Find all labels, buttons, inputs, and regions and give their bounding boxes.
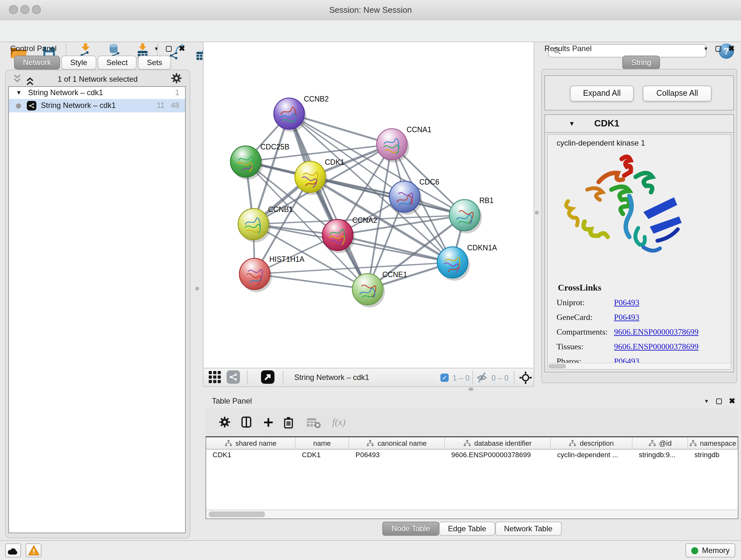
tree-expand-icon[interactable]: ▼ bbox=[16, 87, 22, 99]
string-results-container: Expand All Collapse All ▼ CDK1 cyclin-de… bbox=[541, 69, 737, 383]
share-icon bbox=[229, 373, 238, 381]
panel-menu-icon[interactable]: ▼ bbox=[154, 46, 159, 51]
create-column-button[interactable] bbox=[260, 415, 276, 429]
node-label: CCNB2 bbox=[304, 95, 329, 103]
node-label: CDK1 bbox=[325, 158, 344, 166]
column-header[interactable]: namespace bbox=[688, 437, 738, 449]
left-splitter-handle[interactable] bbox=[195, 287, 199, 291]
warnings-button[interactable] bbox=[25, 543, 42, 557]
network-node[interactable]: RB1 bbox=[449, 196, 494, 233]
panel-close-icon[interactable]: ✖ bbox=[728, 45, 735, 52]
panel-float-icon[interactable] bbox=[716, 398, 722, 404]
crosslink-row: Uniprot: P06493 bbox=[548, 296, 731, 310]
selected-checkbox[interactable]: ✓ bbox=[441, 374, 449, 382]
network-tree-row-selected[interactable]: String Network – cdk1 11 48 bbox=[9, 99, 185, 112]
network-node[interactable]: HIST1H1A bbox=[239, 255, 305, 292]
node-table: shared name name canonical name database… bbox=[205, 436, 738, 519]
network-node[interactable]: CCNE1 bbox=[352, 270, 407, 307]
sitemap-icon bbox=[689, 440, 697, 446]
tab-sets[interactable]: Sets bbox=[138, 56, 171, 70]
network-view-title: String Network – cdk1 bbox=[294, 373, 369, 382]
bottom-splitter-handle[interactable] bbox=[468, 388, 474, 391]
panel-float-icon[interactable] bbox=[166, 46, 172, 51]
column-header[interactable]: database identifier bbox=[445, 437, 551, 449]
cloud-icon bbox=[7, 546, 19, 555]
network-node[interactable]: CCNA1 bbox=[377, 125, 431, 163]
results-hscrollbar[interactable] bbox=[548, 363, 731, 369]
node-label: CDC25B bbox=[260, 143, 289, 151]
main-toolbar: ? bbox=[0, 20, 741, 42]
birds-eye-view-button[interactable] bbox=[261, 370, 274, 386]
memory-button[interactable]: Memory bbox=[685, 543, 735, 557]
entry-content: cyclin-dependent kinase 1 bbox=[547, 134, 731, 370]
table-header-row: shared name name canonical name database… bbox=[206, 437, 738, 449]
panel-menu-icon[interactable]: ▼ bbox=[704, 398, 709, 404]
tab-select[interactable]: Select bbox=[97, 56, 137, 70]
network-node[interactable]: CDKN1A bbox=[437, 244, 497, 281]
crosslink-label: Tissues: bbox=[556, 341, 583, 352]
tab-network-table[interactable]: Network Table bbox=[495, 522, 562, 536]
column-header[interactable]: canonical name bbox=[349, 437, 445, 449]
show-grid-button[interactable] bbox=[209, 371, 221, 386]
network-share-button[interactable] bbox=[226, 370, 240, 384]
delete-table-button-disabled[interactable] bbox=[305, 415, 322, 429]
delete-column-button[interactable] bbox=[281, 415, 296, 429]
birds-eye-icon bbox=[261, 370, 274, 384]
entry-header[interactable]: ▼ CDK1 bbox=[545, 115, 733, 133]
show-columns-button[interactable] bbox=[239, 415, 254, 429]
network-graph: CCNB2CCNA1CDC25BCDK1CDC6RB1CCNB1CCNA2CDK… bbox=[204, 42, 534, 368]
tab-edge-table[interactable]: Edge Table bbox=[439, 522, 495, 536]
crosslink-link[interactable]: 9606.ENSP00000378699 bbox=[614, 341, 698, 352]
gear-icon bbox=[219, 416, 230, 428]
table-row[interactable]: CDK1 CDK1 P06493 9606.ENSP00000378699 cy… bbox=[206, 449, 738, 460]
hidden-count: 0 – 0 bbox=[491, 374, 509, 382]
right-splitter-handle[interactable] bbox=[535, 211, 539, 214]
network-canvas[interactable]: CCNB2CCNA1CDC25BCDK1CDC6RB1CCNB1CCNA2CDK… bbox=[203, 42, 534, 368]
column-header[interactable]: shared name bbox=[206, 437, 295, 449]
application-window: Session: New Session bbox=[0, 0, 741, 560]
network-node[interactable]: CCNB1 bbox=[238, 205, 293, 242]
crosslink-link[interactable]: P06493 bbox=[614, 298, 639, 308]
tab-string[interactable]: String bbox=[622, 56, 660, 70]
table-hscrollbar[interactable] bbox=[206, 509, 738, 518]
panel-float-icon[interactable] bbox=[716, 46, 721, 51]
fit-content-button[interactable] bbox=[519, 371, 532, 387]
sitemap-icon bbox=[463, 440, 471, 446]
network-node[interactable]: CCNB2 bbox=[274, 95, 329, 132]
tab-network[interactable]: Network bbox=[14, 56, 60, 70]
column-header[interactable]: name bbox=[295, 437, 349, 449]
panel-close-icon[interactable]: ✖ bbox=[729, 397, 735, 405]
table-options-button[interactable] bbox=[217, 415, 232, 429]
status-bar: Memory bbox=[0, 540, 741, 560]
column-header[interactable]: description bbox=[551, 437, 632, 449]
function-builder-button-disabled[interactable]: f(x) bbox=[328, 415, 350, 429]
table-toolbar: f(x) bbox=[205, 408, 738, 435]
network-node[interactable]: CDC25B bbox=[230, 143, 289, 180]
network-node[interactable]: CCNA2 bbox=[322, 216, 377, 253]
columns-icon bbox=[241, 416, 252, 428]
crosshair-icon bbox=[519, 371, 532, 384]
network-selection-status: 1 of 1 Network selected bbox=[6, 75, 190, 84]
toolbar-divider bbox=[472, 370, 473, 384]
crosslink-link[interactable]: 9606.ENSP00000378699 bbox=[614, 327, 698, 337]
tab-node-table[interactable]: Node Table bbox=[383, 522, 439, 536]
network-tree-root-row[interactable]: ▼ String Network – cdk1 1 bbox=[9, 87, 185, 99]
panel-menu-icon[interactable]: ▼ bbox=[703, 46, 709, 51]
crosslink-row: Compartments: 9606.ENSP00000378699 bbox=[548, 325, 731, 340]
cloud-status-button[interactable] bbox=[5, 543, 21, 557]
panel-close-icon[interactable]: ✖ bbox=[179, 45, 185, 52]
collapse-entry-icon[interactable]: ▼ bbox=[569, 120, 575, 127]
crosslink-label: Uniprot: bbox=[556, 298, 585, 308]
network-options-button[interactable] bbox=[171, 73, 182, 86]
control-panel: Control Panel ▼ ✖ Network Style Select S… bbox=[3, 42, 192, 540]
column-header[interactable]: @id bbox=[632, 437, 688, 449]
current-network-dot-icon bbox=[16, 104, 21, 109]
hidden-items-icon[interactable] bbox=[477, 372, 489, 386]
tab-style[interactable]: Style bbox=[61, 56, 96, 70]
node-label: CCNA1 bbox=[407, 125, 431, 134]
expand-all-button[interactable]: Expand All bbox=[570, 85, 634, 102]
protein-structure-image bbox=[560, 150, 688, 278]
crosslink-link[interactable]: P06493 bbox=[614, 312, 639, 322]
collapse-all-button[interactable]: Collapse All bbox=[643, 85, 712, 102]
toolbar-divider bbox=[283, 370, 283, 384]
